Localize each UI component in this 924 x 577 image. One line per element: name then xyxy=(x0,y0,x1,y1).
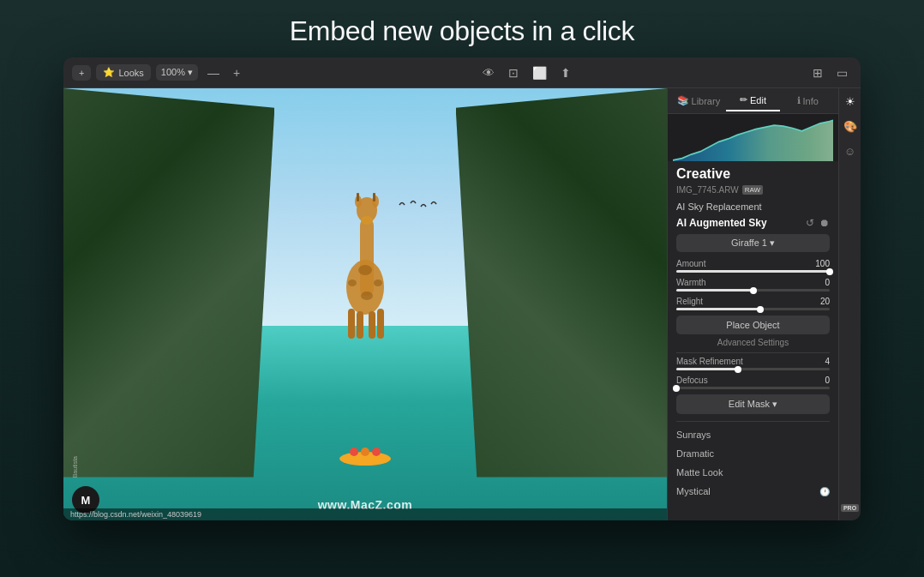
tab-edit[interactable]: ✏ Edit xyxy=(726,90,781,111)
svg-point-18 xyxy=(361,448,369,456)
amount-slider-row: Amount 100 xyxy=(676,259,830,273)
right-icon-strip: ☀ 🎨 ☺ PRO xyxy=(838,88,861,520)
divider-1 xyxy=(676,352,830,353)
panel-tabs: 📚 Library ✏ Edit ℹ Info xyxy=(668,88,838,114)
list-item-dramatic[interactable]: Dramatic xyxy=(676,444,830,463)
view-button[interactable]: 👁 xyxy=(478,64,499,81)
tab-info[interactable]: ℹ Info xyxy=(780,91,835,111)
sun-icon[interactable]: ☀ xyxy=(845,95,855,108)
right-panel: 📚 Library ✏ Edit ℹ Info xyxy=(667,88,838,520)
clock-icon: 🕐 xyxy=(819,487,830,496)
svg-point-17 xyxy=(350,448,358,456)
sky-replacement-label: AI Sky Replacement xyxy=(676,201,830,212)
main-content: Bautista M www.MacZ.com https://blog.csd… xyxy=(63,88,861,520)
relight-slider-row: Relight 20 xyxy=(676,297,830,310)
library-icon: 📚 xyxy=(677,95,689,106)
svg-rect-1 xyxy=(360,219,374,296)
warmth-slider[interactable] xyxy=(676,289,830,292)
compare-button[interactable]: ⊡ xyxy=(504,64,523,81)
crop-button[interactable]: ⬜ xyxy=(528,64,551,81)
pro-badge: PRO xyxy=(841,504,859,512)
boat-element xyxy=(335,440,395,469)
place-object-button[interactable]: Place Object xyxy=(676,316,830,334)
svg-rect-6 xyxy=(357,193,359,201)
photo-canvas: Bautista M www.MacZ.com https://blog.csd… xyxy=(63,88,667,520)
url-bar: https://blog.csdn.net/weixin_48039619 xyxy=(63,508,667,520)
svg-point-15 xyxy=(361,292,373,300)
svg-point-19 xyxy=(372,448,381,456)
svg-rect-9 xyxy=(357,311,363,339)
section-title: Creative xyxy=(676,166,830,182)
zoom-in-button[interactable]: + xyxy=(229,64,244,81)
list-item-mystical[interactable]: Mystical 🕐 xyxy=(676,482,830,501)
photo-credit: Bautista xyxy=(72,456,78,478)
panel-body: Creative IMG_7745.ARW RAW AI Sky Replace… xyxy=(668,161,838,520)
svg-point-13 xyxy=(348,279,357,286)
augmented-sky-header: AI Augmented Sky ↺ ⏺ xyxy=(676,217,830,229)
plus-icon: + xyxy=(79,68,84,78)
reset-button[interactable]: ↺ xyxy=(806,217,814,229)
looks-button[interactable]: ⭐ Looks xyxy=(96,64,150,81)
file-name-row: IMG_7745.ARW RAW xyxy=(676,185,830,195)
relight-slider[interactable] xyxy=(676,308,830,310)
toggle-button[interactable]: ⏺ xyxy=(819,217,830,229)
zoom-select[interactable]: 100% ▾ xyxy=(156,64,198,81)
raw-badge: RAW xyxy=(742,185,763,195)
defocus-row: Defocus 0 xyxy=(676,376,830,389)
tab-library[interactable]: 📚 Library xyxy=(671,91,726,111)
divider-2 xyxy=(676,421,830,422)
warmth-slider-row: Warmth 0 xyxy=(676,278,830,292)
svg-point-3 xyxy=(361,216,373,225)
svg-rect-7 xyxy=(373,193,375,201)
edit-mask-button[interactable]: Edit Mask ▾ xyxy=(676,394,830,414)
advanced-settings-toggle[interactable]: Advanced Settings xyxy=(676,338,830,347)
svg-point-12 xyxy=(358,265,372,275)
share-button[interactable]: ⬆ xyxy=(556,64,575,81)
histogram-area xyxy=(668,114,838,161)
svg-rect-10 xyxy=(369,311,375,339)
amount-slider[interactable] xyxy=(676,270,830,273)
birds-element xyxy=(395,196,438,217)
svg-rect-8 xyxy=(348,309,355,339)
zoom-out-button[interactable]: — xyxy=(203,64,224,81)
right-panel-container: 📚 Library ✏ Edit ℹ Info xyxy=(667,88,861,520)
augmented-sky-label: AI Augmented Sky xyxy=(676,217,767,229)
smiley-icon[interactable]: ☺ xyxy=(844,145,855,158)
canyon-left xyxy=(63,88,274,478)
list-item-sunrays[interactable]: Sunrays xyxy=(676,425,830,444)
svg-rect-11 xyxy=(377,309,384,339)
giraffe-dropdown[interactable]: Giraffe 1 ▾ xyxy=(676,234,830,252)
page-heading: Embed new objects in a click xyxy=(290,15,634,47)
defocus-slider[interactable] xyxy=(676,387,830,389)
list-item-matte-look[interactable]: Matte Look xyxy=(676,463,830,482)
toolbar: + ⭐ Looks 100% ▾ — + 👁 ⊡ ⬜ ⬆ ⊞ ▭ xyxy=(63,57,861,88)
info-icon: ℹ xyxy=(797,95,801,106)
svg-point-14 xyxy=(374,279,382,286)
edit-icon: ✏ xyxy=(740,94,747,105)
header-action-icons: ↺ ⏺ xyxy=(806,217,830,229)
mask-refinement-row: Mask Refinement 4 xyxy=(676,357,830,370)
looks-icon: ⭐ xyxy=(103,67,115,78)
grid-button[interactable]: ⊞ xyxy=(808,64,827,81)
rect-button[interactable]: ▭ xyxy=(832,64,852,81)
add-button[interactable]: + xyxy=(72,65,91,81)
canyon-right xyxy=(456,88,667,478)
photo-area: Bautista M www.MacZ.com https://blog.csd… xyxy=(63,88,667,520)
app-window: + ⭐ Looks 100% ▾ — + 👁 ⊡ ⬜ ⬆ ⊞ ▭ xyxy=(63,57,861,520)
giraffe-object xyxy=(331,167,399,339)
palette-icon[interactable]: 🎨 xyxy=(843,120,857,133)
mask-refinement-slider[interactable] xyxy=(676,368,830,370)
